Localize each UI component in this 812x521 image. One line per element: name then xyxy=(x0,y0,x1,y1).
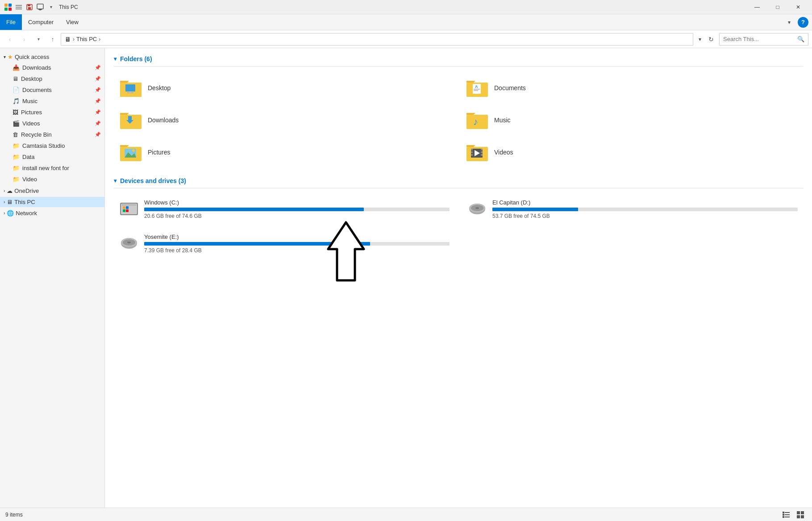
sidebar-item-pictures[interactable]: 🖼 Pictures 📌 xyxy=(0,107,104,118)
sidebar-item-music[interactable]: 🎵 Music 📌 xyxy=(0,96,104,107)
toolbar-dropdown-arrow[interactable]: ▾ xyxy=(46,3,55,12)
close-button[interactable]: ✕ xyxy=(788,0,808,14)
drive-elcapitan-d[interactable]: El Capitan (D:) 53.7 GB free of 74.5 GB xyxy=(462,196,803,223)
videos-icon: 🎬 xyxy=(12,120,20,127)
pictures-folder-icon xyxy=(119,142,142,162)
title-bar-icons: ▾ xyxy=(4,3,55,12)
menu-bar: File Computer View ▾ ? xyxy=(0,14,812,30)
folder-desktop[interactable]: Desktop xyxy=(114,74,457,102)
svg-rect-67 xyxy=(785,517,790,517)
content-wrapper: ▾ Folders (6) Desktop xyxy=(105,48,812,508)
folder-desktop-name: Desktop xyxy=(148,84,171,92)
toolbar-properties-icon[interactable] xyxy=(36,3,45,12)
sidebar-item-videos[interactable]: 🎬 Videos 📌 xyxy=(0,118,104,129)
address-path[interactable]: 🖥 › This PC › xyxy=(61,33,693,46)
minimize-button[interactable]: — xyxy=(747,0,767,14)
sidebar-item-desktop-label: Desktop xyxy=(21,75,42,82)
network-icon: 🌐 xyxy=(7,210,14,217)
folder-downloads[interactable]: Downloads xyxy=(114,106,457,134)
music-folder-icon: ♪ xyxy=(466,110,489,130)
window-controls: — □ ✕ xyxy=(747,0,808,14)
svg-rect-41 xyxy=(471,154,473,156)
svg-rect-62 xyxy=(783,512,784,513)
details-view-button[interactable] xyxy=(780,509,792,520)
svg-marker-37 xyxy=(466,145,475,147)
svg-rect-63 xyxy=(783,514,784,516)
address-bar: ‹ › ▾ ↑ 🖥 › This PC › ▾ ↻ 🔍 xyxy=(0,30,812,48)
path-thispc: This PC xyxy=(76,36,97,42)
onedrive-header[interactable]: › ☁ OneDrive xyxy=(0,186,104,196)
menu-computer[interactable]: Computer xyxy=(22,14,60,30)
quick-access-header[interactable]: ▾ ★ Quick access xyxy=(0,52,104,62)
sidebar-item-recyclebin[interactable]: 🗑 Recycle Bin 📌 xyxy=(0,129,104,140)
svg-rect-16 xyxy=(125,84,135,92)
quick-access-toolbar-icon xyxy=(14,3,23,12)
folder-documents[interactable]: A Documents xyxy=(460,74,803,102)
folder-videos[interactable]: Videos xyxy=(460,138,803,167)
drive-yosemite-e[interactable]: Yosemite (E:) 7.39 GB free of 28.4 GB xyxy=(114,230,455,257)
svg-marker-14 xyxy=(120,81,129,83)
sidebar-item-pictures-label: Pictures xyxy=(21,109,42,116)
thispc-header[interactable]: › 🖥 This PC xyxy=(0,197,104,207)
address-dropdown[interactable]: ▾ xyxy=(697,34,703,44)
downloads-icon: 📥 xyxy=(12,64,20,71)
sidebar-item-desktop[interactable]: 🖥 Desktop 📌 xyxy=(0,73,104,84)
chevron-right-icon: › xyxy=(4,188,5,193)
sidebar-item-data[interactable]: 📁 Data xyxy=(0,151,104,163)
svg-rect-12 xyxy=(39,10,41,10)
menu-file[interactable]: File xyxy=(0,14,22,30)
sidebar-item-installfont[interactable]: 📁 install new font for xyxy=(0,163,104,174)
computer-icon: 🖥 xyxy=(65,36,71,43)
onedrive-label: OneDrive xyxy=(14,188,39,194)
title-bar: ▾ This PC — □ ✕ xyxy=(0,0,812,14)
svg-rect-23 xyxy=(474,89,480,90)
path-separator-1: › xyxy=(73,36,75,42)
maximize-button[interactable]: □ xyxy=(767,0,788,14)
sidebar-item-camtasia[interactable]: 📁 Camtasia Studio xyxy=(0,140,104,151)
svg-rect-42 xyxy=(481,149,483,150)
svg-rect-44 xyxy=(481,154,483,156)
drives-collapse-button[interactable]: ▾ xyxy=(114,178,117,184)
recent-locations-button[interactable]: ▾ xyxy=(32,33,45,46)
search-box[interactable]: 🔍 xyxy=(719,33,808,46)
drive-yosemite-bar-fill xyxy=(144,242,370,246)
large-icons-view-button[interactable] xyxy=(794,509,807,520)
drive-yosemite-space: 7.39 GB free of 28.4 GB xyxy=(144,247,450,254)
music-icon: 🎵 xyxy=(12,98,20,104)
documents-icon: 📄 xyxy=(12,87,20,93)
drive-elcapitan-space: 53.7 GB free of 74.5 GB xyxy=(492,213,798,219)
folder-icon: 📁 xyxy=(12,165,20,171)
back-button[interactable]: ‹ xyxy=(4,33,16,46)
svg-rect-11 xyxy=(38,9,42,10)
star-icon: ★ xyxy=(8,54,13,60)
folder-music[interactable]: ♪ Music xyxy=(460,106,803,134)
ribbon-collapse-button[interactable]: ▾ xyxy=(784,17,794,27)
svg-rect-9 xyxy=(28,7,31,9)
thispc-icon: 🖥 xyxy=(7,199,12,205)
main-layout: ▾ ★ Quick access 📥 Downloads 📌 🖥 Desktop… xyxy=(0,48,812,508)
svg-rect-50 xyxy=(126,206,129,209)
svg-rect-24 xyxy=(474,90,478,91)
up-button[interactable]: ↑ xyxy=(46,33,59,46)
drive-windows-c[interactable]: Windows (C:) 20.6 GB free of 74.6 GB xyxy=(114,196,455,223)
elcapitan-drive-icon xyxy=(467,199,487,219)
sidebar-item-downloads[interactable]: 📥 Downloads 📌 xyxy=(0,62,104,73)
search-input[interactable] xyxy=(723,36,795,42)
refresh-button[interactable]: ↻ xyxy=(705,33,717,46)
drive-windows-bar-fill xyxy=(144,208,364,211)
svg-rect-3 xyxy=(8,8,12,11)
help-button[interactable]: ? xyxy=(798,17,808,28)
sidebar-item-video[interactable]: 📁 Video xyxy=(0,174,104,185)
drive-yosemite-info: Yosemite (E:) 7.39 GB free of 28.4 GB xyxy=(144,233,450,254)
folder-pictures[interactable]: Pictures xyxy=(114,138,457,167)
forward-button[interactable]: › xyxy=(18,33,30,46)
network-header[interactable]: › 🌐 Network xyxy=(0,208,104,218)
folders-collapse-button[interactable]: ▾ xyxy=(114,56,117,62)
folder-documents-name: Documents xyxy=(494,84,526,92)
sidebar-item-documents[interactable]: 📄 Documents 📌 xyxy=(0,84,104,96)
toolbar-save-icon[interactable] xyxy=(25,3,34,12)
yosemite-drive-icon xyxy=(119,233,139,253)
svg-rect-70 xyxy=(797,515,800,518)
drive-windows-name: Windows (C:) xyxy=(144,199,450,206)
menu-view[interactable]: View xyxy=(60,14,85,30)
